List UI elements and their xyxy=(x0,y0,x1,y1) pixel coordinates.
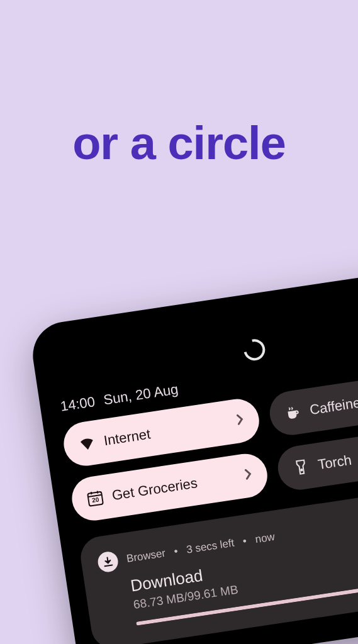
chevron-right-icon xyxy=(235,412,245,429)
dot-separator: • xyxy=(242,535,248,548)
wifi-icon xyxy=(78,436,96,451)
dot-separator: • xyxy=(173,545,179,558)
tile-label: Torch xyxy=(317,452,353,474)
spinner-icon xyxy=(240,335,269,365)
calendar-icon: 20 xyxy=(86,489,105,508)
notification-meta: 3 secs left xyxy=(186,537,235,557)
coffee-icon xyxy=(284,404,302,422)
clock-date: Sun, 20 Aug xyxy=(103,381,179,408)
flashlight-icon xyxy=(292,458,311,477)
phone-frame: 100% 14:00 Sun, 20 Aug Internet xyxy=(28,262,358,644)
headline-text: or a circle xyxy=(0,116,358,170)
tile-label: Get Groceries xyxy=(111,475,198,504)
tile-label: Internet xyxy=(103,426,152,449)
notification-when: now xyxy=(254,531,276,546)
svg-point-6 xyxy=(301,469,303,471)
download-icon xyxy=(96,550,119,573)
svg-line-5 xyxy=(98,491,98,494)
svg-line-7 xyxy=(105,565,113,566)
svg-line-4 xyxy=(91,492,92,494)
clock-time: 14:00 xyxy=(59,394,96,415)
notification-app: Browser xyxy=(126,547,167,565)
chevron-right-icon xyxy=(243,467,254,484)
tile-label: Caffeine xyxy=(309,394,358,418)
phone-mockup: 100% 14:00 Sun, 20 Aug Internet xyxy=(28,262,358,644)
